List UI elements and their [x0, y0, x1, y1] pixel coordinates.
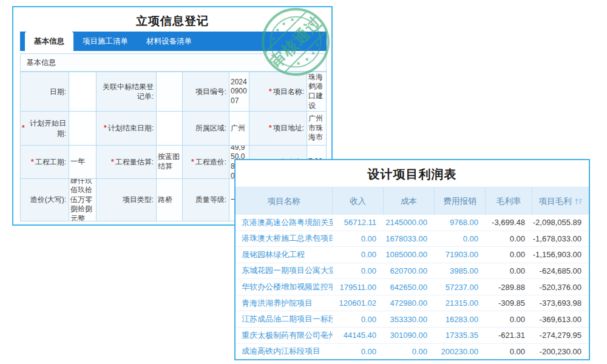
- required-marker: *: [111, 157, 114, 167]
- field-label: 质量等级:: [183, 179, 229, 221]
- field-value: 按蓝图结算: [157, 146, 183, 179]
- table-row: 成渝高铁内江标段项目0.000.00200230.000.00-200,230.…: [236, 344, 589, 360]
- cell-cost: 472980.00: [384, 298, 435, 308]
- table-row: 青海洪湖养护院项目120601.02472980.0021315.00-309.…: [236, 295, 589, 312]
- column-header-label: 项目名称: [268, 196, 300, 207]
- field-label: *项目地址:: [249, 112, 307, 146]
- cell-profit: -1,678,033.00: [532, 234, 589, 243]
- profit-table-panel: 设计项目利润表 项目名称收入成本费用报销毛利率项目毛利 京港澳高速公路粤境韶关至…: [234, 159, 590, 360]
- required-marker: *: [22, 123, 25, 133]
- cell-cost: 301090.00: [384, 331, 435, 340]
- cell-expense: 71903.00: [435, 250, 486, 259]
- table-row: 港珠澳大桥施工总承包项目0.001678033.000.000.00-1,678…: [236, 231, 589, 248]
- cell-margin: -309.85: [486, 298, 532, 308]
- cell-cost: 1085000.00: [384, 250, 435, 259]
- cell-profit: -369,613.00: [532, 315, 589, 324]
- column-header-label: 毛利率: [497, 196, 521, 207]
- column-header-label: 项目毛利: [539, 196, 572, 207]
- cell-name[interactable]: 东城花园一期项目公寓大堂: [236, 265, 333, 276]
- tab-项目施工清单[interactable]: 项目施工清单: [73, 32, 137, 51]
- cell-income: 120601.02: [333, 298, 384, 308]
- field-label: 项目类型:: [97, 179, 157, 221]
- field-label: *工程造价:: [183, 146, 229, 179]
- field-value: [157, 112, 183, 146]
- column-header-费用报销[interactable]: 费用报销: [435, 187, 486, 215]
- cell-cost: 0.00: [384, 347, 435, 356]
- cell-name[interactable]: 晟铭园林绿化工程: [236, 249, 333, 260]
- cell-margin: -3,699.48: [486, 218, 532, 227]
- cell-income: 0.00: [333, 234, 384, 243]
- cell-expense: 17335.35: [435, 331, 486, 340]
- required-marker: *: [104, 123, 107, 133]
- field-value: [69, 72, 97, 112]
- cell-income: 44145.40: [333, 331, 384, 340]
- cell-cost: 642650.00: [384, 283, 435, 292]
- field-label: 所属区域:: [183, 112, 229, 146]
- cell-expense: 3985.00: [435, 266, 486, 275]
- cell-income: 56712.11: [333, 218, 384, 227]
- sort-icon[interactable]: [575, 198, 583, 205]
- cell-name[interactable]: 成渝高铁内江标段项目: [236, 346, 333, 357]
- field-value: 广州: [229, 112, 249, 146]
- field-value: 广州市珠海市: [307, 112, 327, 146]
- page: 立项信息登记 基本信息项目施工清单材料设备清单 基本信息 日期:关联中标结果登记…: [0, 0, 607, 364]
- field-value: 肆仟玖佰玖拾伍万零捌拾捌元整: [69, 179, 97, 221]
- field-label: 日期:: [21, 72, 69, 112]
- cell-margin: 0.00: [486, 347, 532, 356]
- cell-income: 179511.00: [333, 283, 384, 292]
- text-input[interactable]: [70, 116, 95, 141]
- cell-income: 0.00: [333, 266, 384, 275]
- cell-name[interactable]: 重庆太极制药有限公司亳州: [236, 330, 333, 341]
- field-value: [157, 72, 183, 112]
- cell-profit: -2,098,055.89: [532, 218, 589, 227]
- column-header-项目名称[interactable]: 项目名称: [236, 187, 333, 215]
- field-label: 关联中标结果登记单:: [97, 72, 157, 112]
- cell-expense: 0.00: [435, 234, 486, 243]
- cell-income: 0.00: [333, 250, 384, 259]
- cell-margin: -621.31: [486, 331, 532, 340]
- cell-cost: 353330.00: [384, 315, 435, 324]
- cell-name[interactable]: 青海洪湖养护院项目: [236, 298, 333, 309]
- column-header-毛利率[interactable]: 毛利率: [486, 187, 532, 215]
- cell-expense: 16283.00: [435, 315, 486, 324]
- cell-income: 0.00: [333, 347, 384, 356]
- table-row: 京港澳高速公路粤境韶关至56712.112145000.009768.00-3,…: [236, 215, 589, 231]
- table-row: 东城花园一期项目公寓大堂0.00620700.003985.000.00-624…: [236, 263, 589, 280]
- cell-profit: -1,156,903.00: [532, 250, 589, 259]
- field-label: *工程工期:: [21, 146, 69, 179]
- required-marker: *: [269, 123, 272, 133]
- table-row: 江苏成品油二期项目一标段0.00353330.0016283.000.00-36…: [236, 311, 589, 328]
- table-row: 晟铭园林绿化工程0.001085000.0071903.000.00-1,156…: [236, 247, 589, 263]
- required-marker: *: [191, 157, 194, 167]
- column-header-收入[interactable]: 收入: [333, 187, 384, 215]
- tab-基本信息[interactable]: 基本信息: [25, 32, 73, 51]
- cell-cost: 620700.00: [384, 266, 435, 275]
- text-input[interactable]: [70, 77, 95, 106]
- cell-expense: 200230.00: [435, 347, 486, 356]
- cell-name[interactable]: 华软办公楼增加视频监控项: [236, 281, 333, 292]
- field-label: *项目名称:: [249, 72, 307, 112]
- cell-name[interactable]: 江苏成品油二期项目一标段: [236, 314, 333, 325]
- field-label: *计划开始日期:: [21, 112, 69, 146]
- column-header-成本[interactable]: 成本: [384, 187, 435, 215]
- cell-income: 0.00: [333, 315, 384, 324]
- text-input[interactable]: [158, 116, 181, 141]
- cell-name[interactable]: 京港澳高速公路粤境韶关至: [236, 217, 333, 228]
- cell-name[interactable]: 港珠澳大桥施工总承包项目: [236, 233, 333, 244]
- cell-profit: -520,376.00: [532, 283, 589, 292]
- field-value: [69, 112, 97, 146]
- field-value: 珠海鹤港口建设: [307, 72, 327, 112]
- cell-expense: 9768.00: [435, 218, 486, 227]
- table-row: 华软办公楼增加视频监控项179511.00642650.0057237.00-2…: [236, 279, 589, 295]
- cell-margin: 0.00: [486, 266, 532, 275]
- cell-profit: -624,685.00: [532, 266, 589, 275]
- column-header-项目毛利[interactable]: 项目毛利: [532, 187, 589, 215]
- profit-table-header: 项目名称收入成本费用报销毛利率项目毛利: [236, 187, 589, 215]
- tab-材料设备清单[interactable]: 材料设备清单: [137, 32, 201, 51]
- cell-expense: 21315.00: [435, 298, 486, 308]
- field-value: 路桥: [157, 179, 183, 221]
- cell-profit: -274,279.95: [532, 331, 589, 340]
- field-label: *工程量估算:: [97, 146, 157, 179]
- required-marker: *: [269, 87, 272, 96]
- field-label: *计划结束日期:: [97, 112, 157, 146]
